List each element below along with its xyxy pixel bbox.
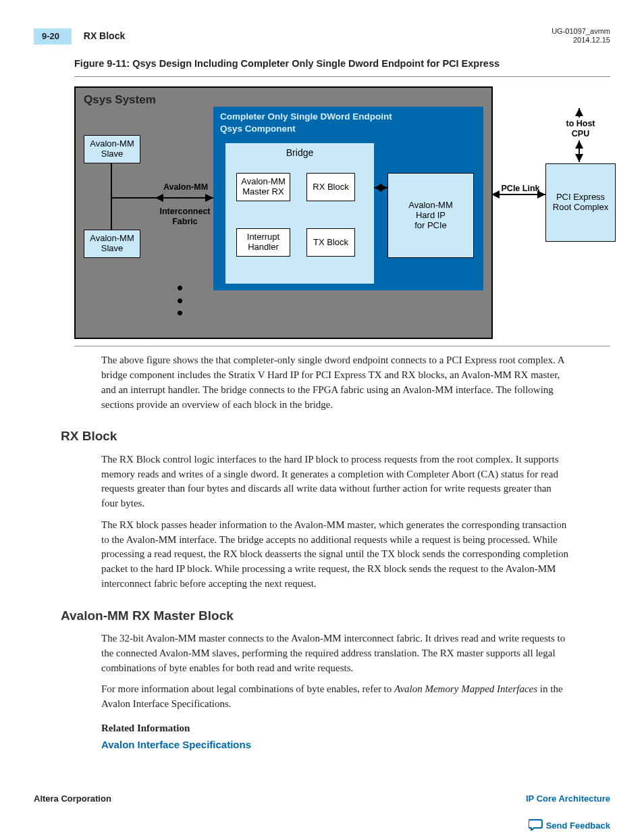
label-interconnect: Interconnect Fabric	[159, 207, 211, 226]
component-title: Completer Only Single DWord Endpoint Qsy…	[213, 107, 483, 136]
p5-lead: For more information about legal combina…	[101, 683, 394, 694]
header-right: UG-01097_avmm 2014.12.15	[552, 27, 610, 45]
page-number-tab: 9-20	[34, 28, 72, 45]
heading-rx-block: RX Block	[61, 427, 610, 446]
doc-id: UG-01097_avmm	[552, 27, 610, 36]
feedback-icon	[529, 818, 543, 834]
heading-avmm-rx-master: Avalon-MM RX Master Block	[61, 606, 610, 625]
page-header: 9-20 RX Block UG-01097_avmm 2014.12.15	[34, 27, 610, 45]
box-master-rx: Avalon-MM Master RX	[236, 173, 290, 201]
related-info-heading: Related Information	[101, 721, 610, 736]
rx-paragraph-2: The RX block passes header information t…	[101, 518, 570, 592]
rule-top	[74, 76, 610, 77]
box-interrupt-handler: Interrupt Handler	[236, 228, 290, 257]
doc-date: 2014.12.15	[552, 36, 610, 45]
bridge-title: Bridge	[225, 143, 374, 159]
component-title-l1: Completer Only Single DWord Endpoint	[220, 111, 392, 122]
label-to-host: to Host CPU	[547, 119, 614, 138]
footer-corp: Altera Corporation	[34, 793, 111, 806]
header-left: 9-20 RX Block	[34, 28, 125, 45]
box-tx-block: TX Block	[306, 228, 355, 257]
link-ip-core-architecture[interactable]: IP Core Architecture	[526, 793, 610, 804]
box-rx-block: RX Block	[306, 173, 355, 201]
p5-italic-ref: Avalon Memory Mapped Interfaces	[394, 683, 537, 694]
box-avalon-mm-slave-2: Avalon-MM Slave	[84, 230, 140, 258]
figure-caption: Figure 9-11: Qsys Design Including Compl…	[74, 57, 610, 71]
figure-diagram: Qsys System Completer Only Single DWord …	[74, 86, 614, 336]
avmm-paragraph-2: For more information about legal combina…	[101, 682, 570, 712]
rule-bottom-fig	[74, 346, 610, 346]
qsys-title: Qsys System	[84, 92, 156, 109]
ellipsis-dots: •••	[177, 282, 183, 319]
label-avalon-mm: Avalon-MM	[162, 182, 209, 192]
box-hard-ip: Avalon-MM Hard IP for PCIe	[387, 173, 474, 258]
intro-paragraph: The above figure shows the that complete…	[101, 353, 570, 412]
box-avalon-mm-slave-1: Avalon-MM Slave	[84, 135, 140, 163]
box-root-complex: PCI Express Root Complex	[545, 163, 616, 242]
running-section-title: RX Block	[84, 30, 125, 41]
component-title-l2: Qsys Component	[220, 124, 296, 134]
link-send-feedback[interactable]: Send Feedback	[546, 821, 610, 831]
bridge-panel: Bridge	[225, 143, 374, 284]
avmm-paragraph-1: The 32-bit Avalon-MM master connects to …	[101, 631, 570, 675]
link-avalon-spec[interactable]: Avalon Interface Specifications	[101, 739, 251, 750]
page-footer: Altera Corporation IP Core Architecture …	[34, 793, 610, 834]
label-pcie-link: PCIe Link	[500, 184, 541, 193]
rx-paragraph-1: The RX Block control logic interfaces to…	[101, 452, 570, 511]
